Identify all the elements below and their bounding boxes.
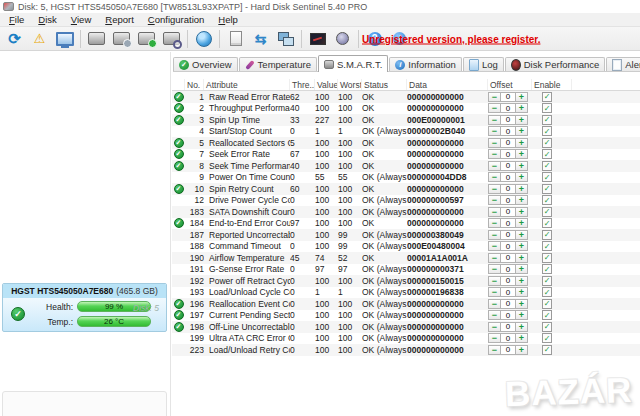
offset-increase-button[interactable]: + xyxy=(515,230,528,240)
offset-decrease-button[interactable]: − xyxy=(488,138,501,148)
disk-find-button[interactable] xyxy=(159,28,184,49)
offset-decrease-button[interactable]: − xyxy=(488,92,501,102)
enable-checkbox[interactable] xyxy=(542,184,552,194)
column-header[interactable]: No. xyxy=(185,79,204,90)
tab-alerts[interactable]: Alerts xyxy=(606,57,640,71)
table-row[interactable]: 193Load/Unload Cycle Count011OK (Always … xyxy=(172,287,640,299)
table-row[interactable]: 183SATA Downshift Count0100100OK (Always… xyxy=(172,206,640,218)
offset-decrease-button[interactable]: − xyxy=(488,241,501,251)
table-row[interactable]: 223Load/Unload Retry Count0100100OK (Alw… xyxy=(172,344,640,356)
table-row[interactable]: 9Power On Time Count05555OK (Always ...0… xyxy=(172,172,640,184)
offset-increase-button[interactable]: + xyxy=(515,138,528,148)
enable-checkbox[interactable] xyxy=(542,207,552,217)
panel-splitter[interactable] xyxy=(170,52,171,416)
enable-checkbox[interactable] xyxy=(542,115,552,125)
offset-increase-button[interactable]: + xyxy=(515,207,528,217)
table-row[interactable]: 192Power off Retract Cycle C...0100100OK… xyxy=(172,275,640,287)
disk-test-button[interactable] xyxy=(134,28,159,49)
table-row[interactable]: 191G-Sense Error Rate09797OK (Always ...… xyxy=(172,264,640,276)
tab-log[interactable]: Log xyxy=(463,57,504,71)
offset-increase-button[interactable]: + xyxy=(515,310,528,320)
column-header[interactable]: Attribute xyxy=(204,79,290,90)
offset-decrease-button[interactable]: − xyxy=(488,218,501,228)
offset-increase-button[interactable]: + xyxy=(515,345,528,355)
offset-increase-button[interactable]: + xyxy=(515,218,528,228)
table-row[interactable]: 4Start/Stop Count011OK (Always ...000000… xyxy=(172,126,640,138)
offset-decrease-button[interactable]: − xyxy=(488,345,501,355)
enable-checkbox[interactable] xyxy=(542,241,552,251)
tab-information[interactable]: Information xyxy=(389,57,462,71)
menu-report[interactable]: Report xyxy=(98,14,141,25)
globe-button[interactable] xyxy=(191,28,216,49)
offset-increase-button[interactable]: + xyxy=(515,92,528,102)
offset-decrease-button[interactable]: − xyxy=(488,172,501,182)
enable-checkbox[interactable] xyxy=(542,172,552,182)
offset-increase-button[interactable]: + xyxy=(515,195,528,205)
table-row[interactable]: 198Off-Line Uncorrectable Se...0100100OK… xyxy=(172,321,640,333)
offset-decrease-button[interactable]: − xyxy=(488,310,501,320)
tab-smart[interactable]: S.M.A.R.T. xyxy=(318,55,388,72)
offset-decrease-button[interactable]: − xyxy=(488,276,501,286)
monitor-button[interactable] xyxy=(52,28,77,49)
table-row[interactable]: 3Spin Up Time33227100OK000E00000001−0+ xyxy=(172,114,640,126)
enable-checkbox[interactable] xyxy=(542,195,552,205)
table-row[interactable]: 188Command Timeout010099OK (Always ...00… xyxy=(172,241,640,253)
offset-increase-button[interactable]: + xyxy=(515,103,528,113)
table-row[interactable]: 187Reported Uncorrectable E...010099OK (… xyxy=(172,229,640,241)
menu-disk[interactable]: Disk xyxy=(31,14,64,25)
offset-increase-button[interactable]: + xyxy=(515,161,528,171)
table-row[interactable]: 190Airflow Temperature457452OK00001A1A00… xyxy=(172,252,640,264)
offset-decrease-button[interactable]: − xyxy=(488,264,501,274)
enable-checkbox[interactable] xyxy=(542,126,552,136)
column-header[interactable]: Enable xyxy=(532,79,572,90)
table-row[interactable]: 7Seek Error Rate67100100OK000000000000−0… xyxy=(172,149,640,161)
sound-button[interactable] xyxy=(330,28,355,49)
column-header[interactable]: Offset xyxy=(488,79,532,90)
offset-decrease-button[interactable]: − xyxy=(488,253,501,263)
offset-increase-button[interactable]: + xyxy=(515,333,528,343)
enable-checkbox[interactable] xyxy=(542,264,552,274)
offset-increase-button[interactable]: + xyxy=(515,276,528,286)
sync-button[interactable] xyxy=(248,28,273,49)
enable-checkbox[interactable] xyxy=(542,310,552,320)
offset-decrease-button[interactable]: − xyxy=(488,207,501,217)
column-header[interactable]: Thre... xyxy=(290,79,315,90)
column-header[interactable]: Worst xyxy=(338,79,362,90)
disk-2-button[interactable] xyxy=(109,28,134,49)
refresh-button[interactable] xyxy=(2,28,27,49)
offset-decrease-button[interactable]: − xyxy=(488,299,501,309)
unregistered-notice[interactable]: Unregistered version, please register. xyxy=(362,33,540,44)
menu-view[interactable]: View xyxy=(64,14,98,25)
tab-temperature[interactable]: Temperature xyxy=(239,57,317,71)
offset-increase-button[interactable]: + xyxy=(515,322,528,332)
column-header[interactable]: Value xyxy=(315,79,338,90)
offset-decrease-button[interactable]: − xyxy=(488,161,501,171)
enable-checkbox[interactable] xyxy=(542,149,552,159)
table-row[interactable]: 197Current Pending Sector C...0100100OK … xyxy=(172,310,640,322)
disk-summary-panel[interactable]: HGST HTS545050A7E680 (465.8 GB) Health: … xyxy=(2,283,167,332)
table-row[interactable]: 184End-to-End Error Count97100100OK00000… xyxy=(172,218,640,230)
offset-decrease-button[interactable]: − xyxy=(488,103,501,113)
offset-increase-button[interactable]: + xyxy=(515,115,528,125)
enable-checkbox[interactable] xyxy=(542,92,552,102)
offset-increase-button[interactable]: + xyxy=(515,264,528,274)
offset-increase-button[interactable]: + xyxy=(515,287,528,297)
offset-increase-button[interactable]: + xyxy=(515,184,528,194)
table-row[interactable]: 10Spin Retry Count60100100OK000000000000… xyxy=(172,183,640,195)
report-button[interactable] xyxy=(223,28,248,49)
enable-checkbox[interactable] xyxy=(542,299,552,309)
offset-decrease-button[interactable]: − xyxy=(488,287,501,297)
enable-checkbox[interactable] xyxy=(542,161,552,171)
offset-decrease-button[interactable]: − xyxy=(488,126,501,136)
offset-decrease-button[interactable]: − xyxy=(488,184,501,194)
enable-checkbox[interactable] xyxy=(542,287,552,297)
offset-increase-button[interactable]: + xyxy=(515,149,528,159)
enable-checkbox[interactable] xyxy=(542,230,552,240)
disk-1-button[interactable] xyxy=(84,28,109,49)
table-row[interactable]: 12Drive Power Cycle Count0100100OK (Alwa… xyxy=(172,195,640,207)
offset-increase-button[interactable]: + xyxy=(515,241,528,251)
table-row[interactable]: 2Throughput Performance40100100OK0000000… xyxy=(172,103,640,115)
offset-decrease-button[interactable]: − xyxy=(488,149,501,159)
offset-decrease-button[interactable]: − xyxy=(488,230,501,240)
menu-help[interactable]: Help xyxy=(211,14,245,25)
